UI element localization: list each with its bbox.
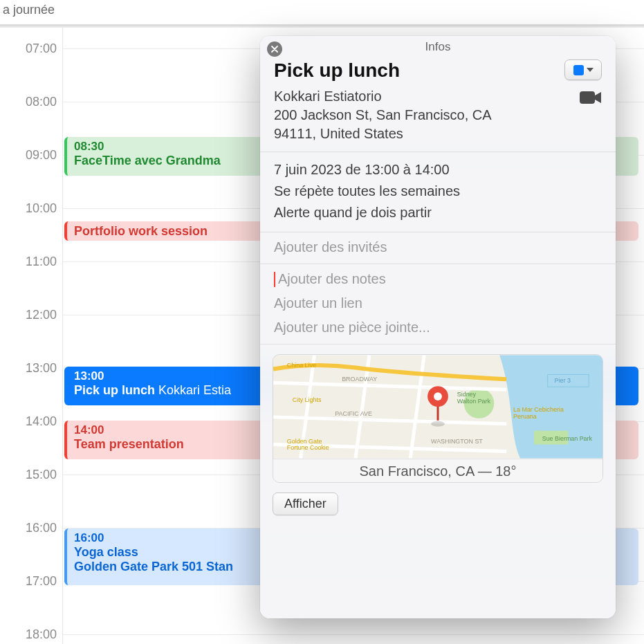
add-notes-field[interactable]: Ajouter des notes (278, 271, 386, 287)
event-location[interactable]: Kokkari Estiatorio 200 Jackson St, San F… (274, 87, 492, 143)
gutter-line (62, 28, 63, 644)
map-caption: San Francisco, CA — 18° (273, 459, 602, 483)
svg-text:Walton Park: Walton Park (457, 398, 491, 405)
svg-text:China Live: China Live (287, 362, 316, 369)
event-alert[interactable]: Alerte quand je dois partir (274, 202, 602, 223)
svg-point-26 (434, 392, 442, 401)
hour-label: 08:00 (15, 95, 57, 109)
svg-text:Sidney: Sidney (457, 391, 477, 398)
calendar-color-swatch (573, 65, 584, 75)
svg-text:Fortune Cookie: Fortune Cookie (287, 444, 329, 451)
svg-text:Pier 3: Pier 3 (555, 377, 571, 384)
svg-text:PACIFIC AVE: PACIFIC AVE (335, 410, 372, 417)
svg-text:Golden Gate: Golden Gate (287, 438, 322, 445)
hour-label: 14:00 (15, 414, 57, 429)
add-link-field[interactable]: Ajouter un lien (274, 295, 602, 311)
calendar-color-picker[interactable] (564, 59, 602, 80)
hour-label: 17:00 (15, 574, 57, 589)
hour-label: 12:00 (15, 308, 57, 322)
close-icon (271, 46, 278, 53)
event-title-label: Yoga class (74, 545, 138, 559)
svg-text:WASHINGTON ST: WASHINGTON ST (431, 438, 483, 445)
close-button[interactable] (267, 42, 282, 57)
event-title-label: Portfolio work session (74, 224, 208, 238)
map-preview: BROADWAY PACIFIC AVE WASHINGTON ST China… (273, 355, 602, 459)
svg-text:La Mar Cebicheria: La Mar Cebicheria (513, 406, 564, 413)
event-repeat[interactable]: Se répète toutes les semaines (274, 181, 602, 202)
popover-header: Infos (260, 36, 616, 57)
event-date-time[interactable]: 7 juin 2023 de 13:00 à 14:00 (274, 159, 602, 181)
location-map[interactable]: BROADWAY PACIFIC AVE WASHINGTON ST China… (273, 354, 603, 483)
event-title-label: FaceTime avec Grandma (74, 154, 221, 167)
hour-label: 09:00 (15, 148, 57, 163)
text-cursor (274, 272, 275, 287)
hour-label: 10:00 (15, 201, 57, 216)
svg-text:Peruana: Peruana (513, 413, 537, 420)
hour-label: 16:00 (15, 521, 57, 535)
show-button[interactable]: Afficher (273, 493, 338, 515)
event-info-popover: Infos Pick up lunch Kokkari Estiatorio 2… (260, 36, 616, 618)
add-invitees-field[interactable]: Ajouter des invités (274, 239, 602, 255)
event-title[interactable]: Pick up lunch (274, 59, 400, 82)
hour-label: 07:00 (15, 42, 57, 56)
add-attachment-field[interactable]: Ajouter une pièce jointe... (274, 320, 602, 335)
event-title-label: Team presentation (74, 437, 184, 451)
video-call-button[interactable] (580, 90, 602, 108)
location-postal: 94111, United States (274, 125, 492, 143)
hour-label: 15:00 (15, 468, 57, 482)
video-camera-icon (580, 90, 602, 105)
svg-point-27 (431, 421, 445, 427)
location-address: 200 Jackson St, San Francisco, CA (274, 106, 492, 125)
chevron-down-icon (587, 68, 594, 72)
event-location-label: Kokkari Estia (155, 383, 231, 397)
svg-text:City Lights: City Lights (293, 396, 322, 403)
event-title-label: Pick up lunch (74, 383, 155, 397)
popover-header-label: Infos (425, 40, 451, 53)
svg-text:Sue Bierman Park: Sue Bierman Park (542, 435, 593, 442)
all-day-row: a journée (0, 0, 644, 25)
hour-gridline (62, 634, 644, 635)
svg-text:BROADWAY: BROADWAY (342, 376, 377, 383)
location-name: Kokkari Estiatorio (274, 87, 492, 106)
hour-label: 18:00 (15, 627, 57, 642)
hour-label: 13:00 (15, 361, 57, 376)
svg-rect-0 (580, 91, 595, 104)
hour-label: 11:00 (15, 255, 57, 269)
